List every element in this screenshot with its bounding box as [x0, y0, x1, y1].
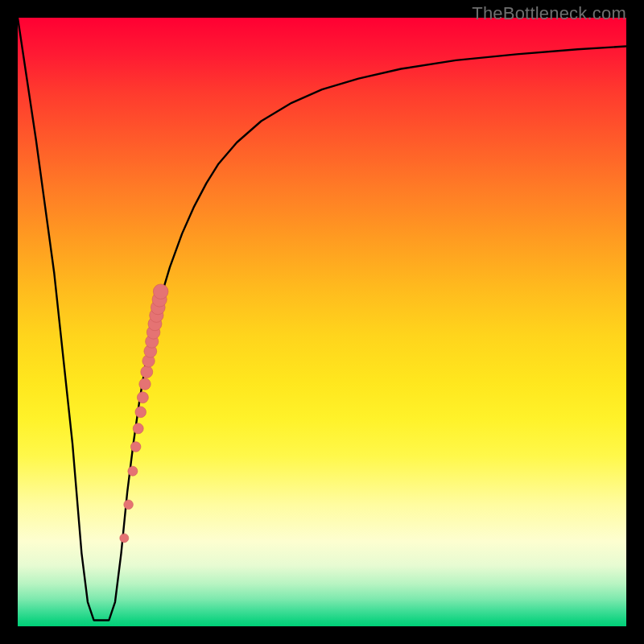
- watermark-text: TheBottleneck.com: [472, 3, 626, 24]
- data-dot: [120, 534, 129, 543]
- data-dot: [139, 378, 151, 390]
- data-dot: [130, 442, 141, 452]
- data-dot: [124, 500, 134, 510]
- data-dots: [120, 284, 168, 543]
- data-dot: [137, 392, 148, 403]
- data-dot: [153, 284, 168, 299]
- data-dot: [133, 423, 143, 434]
- data-dot: [135, 407, 147, 418]
- curve-layer: [18, 18, 626, 626]
- bottleneck-curve: [18, 18, 626, 620]
- data-dot: [141, 365, 153, 378]
- chart-frame: TheBottleneck.com: [0, 0, 644, 644]
- plot-area: [18, 18, 626, 626]
- data-dot: [128, 466, 138, 476]
